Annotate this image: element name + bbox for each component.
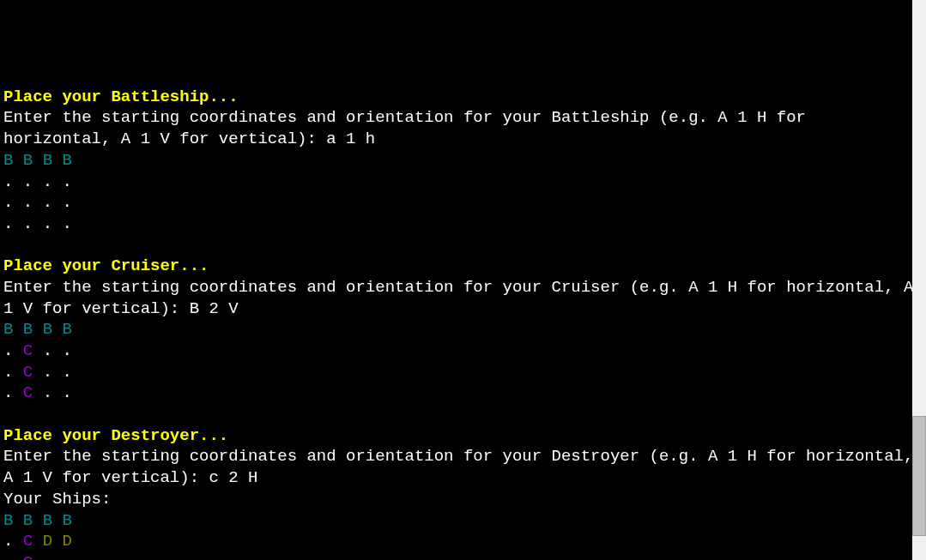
board-cell: .: [3, 341, 13, 360]
board-row: B B B B: [3, 151, 72, 170]
board-cell: .: [23, 214, 33, 233]
board-cell: .: [3, 172, 13, 191]
board-cell: D: [43, 532, 52, 551]
board-cell: .: [43, 214, 52, 233]
board-row: . . . .: [3, 172, 72, 191]
board-cell: .: [23, 193, 33, 212]
board-row: . . . .: [3, 193, 72, 212]
terminal-output: Place your Battleship... Enter the start…: [3, 87, 923, 560]
board-cell: .: [62, 172, 71, 191]
board-cell: .: [43, 363, 52, 382]
board-cell: B: [23, 511, 33, 530]
scrollbar-thumb[interactable]: [912, 416, 926, 536]
board-cell: .: [43, 172, 52, 191]
board-cell: C: [23, 363, 33, 382]
board-cell: B: [43, 320, 52, 339]
board-cell: .: [43, 193, 52, 212]
board-cell: B: [3, 511, 13, 530]
board-cell: B: [23, 320, 33, 339]
board-cell: .: [43, 383, 52, 402]
board-cell: .: [62, 553, 71, 560]
user-input[interactable]: B 2 V: [190, 299, 239, 318]
board-cell: C: [23, 553, 33, 560]
board-cell: .: [3, 553, 13, 560]
board-cell: C: [23, 532, 33, 551]
board-cell: B: [62, 511, 71, 530]
prompt-text: Enter the starting coordinates and orien…: [3, 108, 815, 148]
prompt-line: Enter the starting coordinates and orien…: [3, 447, 923, 487]
section-header: Place your Destroyer...: [3, 426, 228, 445]
board-row: . C . .: [3, 553, 72, 560]
section-header: Place your Cruiser...: [3, 256, 209, 275]
user-input[interactable]: c 2 H: [209, 468, 257, 487]
board-cell: .: [62, 363, 71, 382]
prompt-line: Enter the starting coordinates and orien…: [3, 108, 815, 148]
board-cell: .: [62, 341, 71, 360]
board-row: B B B B: [3, 511, 72, 530]
board-cell: .: [62, 193, 71, 212]
board-cell: C: [23, 341, 33, 360]
scrollbar[interactable]: [912, 0, 926, 560]
board-cell: B: [3, 151, 13, 170]
board-cell: B: [62, 320, 71, 339]
board-row: B B B B: [3, 320, 72, 339]
board-cell: .: [3, 193, 13, 212]
board-cell: .: [62, 214, 71, 233]
section-header: Place your Battleship...: [3, 87, 239, 106]
board-cell: C: [23, 383, 33, 402]
board-cell: B: [62, 151, 71, 170]
prompt-text: Enter the starting coordinates and orien…: [3, 447, 923, 487]
board-row: . . . .: [3, 214, 72, 233]
board-cell: B: [43, 511, 52, 530]
prompt-text: Enter the starting coordinates and orien…: [3, 278, 923, 318]
board-cell: .: [43, 553, 52, 560]
board-row: . C . .: [3, 341, 72, 360]
board-cell: .: [3, 214, 13, 233]
board-cell: .: [43, 341, 52, 360]
board-cell: .: [23, 172, 33, 191]
prompt-line: Enter the starting coordinates and orien…: [3, 278, 923, 318]
board-cell: D: [62, 532, 71, 551]
board-cell: .: [3, 363, 13, 382]
board-row: . C . .: [3, 363, 72, 382]
user-input[interactable]: a 1 h: [326, 129, 375, 148]
board-cell: B: [43, 151, 52, 170]
board-row: . C D D: [3, 532, 72, 551]
board-cell: B: [3, 320, 13, 339]
board-cell: .: [62, 383, 71, 402]
board-cell: .: [3, 532, 13, 551]
board-cell: .: [3, 383, 13, 402]
board-row: . C . .: [3, 383, 72, 402]
board-cell: B: [23, 151, 33, 170]
board-label: Your Ships:: [3, 490, 111, 509]
